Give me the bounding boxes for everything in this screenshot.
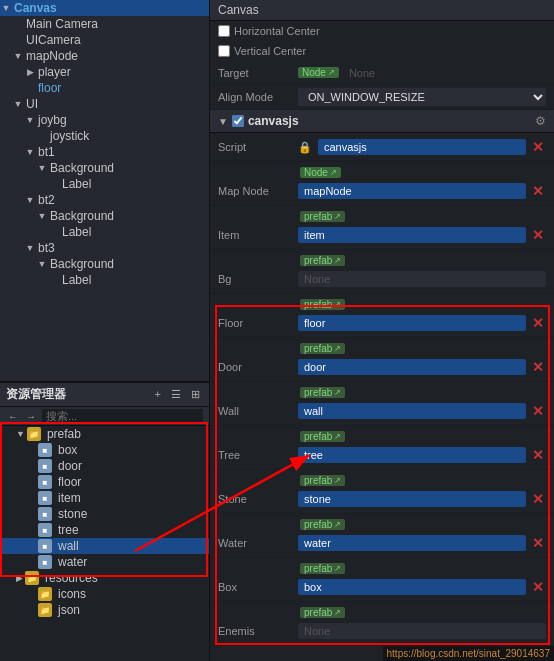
asset-item-tree-prefab[interactable]: ■ tree xyxy=(0,522,209,538)
folder-icon: 📁 xyxy=(25,571,39,585)
field-remove-btn[interactable]: ✕ xyxy=(530,491,546,507)
field-remove-btn[interactable]: ✕ xyxy=(530,183,546,199)
assets-forward-btn[interactable]: → xyxy=(24,410,38,423)
align-mode-select[interactable]: ON_WINDOW_RESIZE xyxy=(298,88,546,106)
field-value[interactable]: canvasjs xyxy=(318,139,526,155)
asset-label: wall xyxy=(56,539,79,553)
hierarchy-item-map-node[interactable]: mapNode xyxy=(0,48,209,64)
field-label: Door xyxy=(218,361,298,373)
assets-grid-btn[interactable]: ⊞ xyxy=(188,387,203,402)
asset-item-box-prefab[interactable]: ■ box xyxy=(0,442,209,458)
asset-label: icons xyxy=(56,587,86,601)
assets-tree: ▼ 📁 prefab ■ box ■ door ■ floor ■ item ■… xyxy=(0,426,209,661)
asset-item-item-prefab[interactable]: ■ item xyxy=(0,490,209,506)
hierarchy-item-bt2[interactable]: bt2 xyxy=(0,192,209,208)
field-label: Script xyxy=(218,141,298,153)
hierarchy-item-joybg[interactable]: joybg xyxy=(0,112,209,128)
field-tag-line: prefab xyxy=(210,560,554,575)
component-gear-icon[interactable]: ⚙ xyxy=(535,114,546,128)
asset-item-icons-folder[interactable]: 📁 icons xyxy=(0,586,209,602)
horizontal-center-checkbox[interactable] xyxy=(218,25,230,37)
field-remove-btn[interactable]: ✕ xyxy=(530,447,546,463)
vertical-center-label: Vertical Center xyxy=(234,45,306,57)
field-value[interactable]: tree xyxy=(298,447,526,463)
hierarchy-item-ui[interactable]: UI xyxy=(0,96,209,112)
field-remove-btn[interactable]: ✕ xyxy=(530,315,546,331)
field-value[interactable]: box xyxy=(298,579,526,595)
asset-label: box xyxy=(56,443,77,457)
field-remove-btn[interactable]: ✕ xyxy=(530,227,546,243)
asset-item-wall-prefab[interactable]: ■ wall xyxy=(0,538,209,554)
field-value[interactable]: stone xyxy=(298,491,526,507)
assets-add-btn[interactable]: + xyxy=(152,387,164,402)
field-value[interactable]: water xyxy=(298,535,526,551)
field-value-row: Item item ✕ xyxy=(210,223,554,247)
tree-item-label: player xyxy=(36,65,71,79)
assets-section: 资源管理器 + ☰ ⊞ ← → ▼ 📁 prefab ■ box ■ door xyxy=(0,381,209,661)
prefab-tag: prefab xyxy=(300,387,345,398)
hierarchy-item-canvas[interactable]: Canvas xyxy=(0,0,209,16)
hierarchy-item-bt1-label[interactable]: Label xyxy=(0,176,209,192)
tree-arrow xyxy=(36,211,48,221)
hierarchy-item-player[interactable]: player xyxy=(0,64,209,80)
field-value[interactable]: item xyxy=(298,227,526,243)
left-panel: Canvas Main Camera UICamera mapNode play… xyxy=(0,0,210,661)
field-value[interactable]: wall xyxy=(298,403,526,419)
vertical-center-checkbox[interactable] xyxy=(218,45,230,57)
field-remove-btn[interactable]: ✕ xyxy=(530,535,546,551)
field-content: wall ✕ xyxy=(298,403,546,419)
tree-item-label: Label xyxy=(60,273,91,287)
hierarchy-item-bt3-label[interactable]: Label xyxy=(0,272,209,288)
asset-item-prefab-folder[interactable]: ▼ 📁 prefab xyxy=(0,426,209,442)
hierarchy-item-ui-camera[interactable]: UICamera xyxy=(0,32,209,48)
asset-item-door-prefab[interactable]: ■ door xyxy=(0,458,209,474)
asset-item-resources-folder[interactable]: ▶ 📁 resources xyxy=(0,570,209,586)
asset-label: item xyxy=(56,491,81,505)
field-tag-line: Node xyxy=(210,164,554,179)
component-enabled-checkbox[interactable] xyxy=(232,115,244,127)
hierarchy-item-bt2-label[interactable]: Label xyxy=(0,224,209,240)
hierarchy-item-floor[interactable]: floor xyxy=(0,80,209,96)
assets-search-bar: ← → xyxy=(0,407,209,426)
assets-back-btn[interactable]: ← xyxy=(6,410,20,423)
field-tag-line: prefab xyxy=(210,208,554,223)
tree-item-label: UI xyxy=(24,97,38,111)
hierarchy-item-bt2-bg[interactable]: Background xyxy=(0,208,209,224)
assets-search-input[interactable] xyxy=(42,409,203,423)
tree-arrow xyxy=(24,67,36,77)
component-header[interactable]: ▼ canvasjs ⚙ xyxy=(210,110,554,133)
asset-item-water-prefab[interactable]: ■ water xyxy=(0,554,209,570)
field-content: water ✕ xyxy=(298,535,546,551)
component-fields: Script 🔒 canvasjs ✕ Node Map Node mapNod… xyxy=(210,133,554,646)
hierarchy-item-bt3[interactable]: bt3 xyxy=(0,240,209,256)
hierarchy-item-bt1[interactable]: bt1 xyxy=(0,144,209,160)
hierarchy-item-bt3-bg[interactable]: Background xyxy=(0,256,209,272)
tree-item-label: bt1 xyxy=(36,145,55,159)
asset-item-json-folder[interactable]: 📁 json xyxy=(0,602,209,618)
prefab-tag: prefab xyxy=(300,475,345,486)
field-remove-btn[interactable]: ✕ xyxy=(530,139,546,155)
field-value[interactable]: door xyxy=(298,359,526,375)
field-content: box ✕ xyxy=(298,579,546,595)
field-value[interactable]: floor xyxy=(298,315,526,331)
field-remove-btn[interactable]: ✕ xyxy=(530,359,546,375)
field-remove-btn[interactable]: ✕ xyxy=(530,579,546,595)
hierarchy-item-main-camera[interactable]: Main Camera xyxy=(0,16,209,32)
hierarchy-item-joystick[interactable]: joystick xyxy=(0,128,209,144)
field-row-floor: prefab Floor floor ✕ xyxy=(210,294,554,338)
tree-item-label: Background xyxy=(48,257,114,271)
assets-list-btn[interactable]: ☰ xyxy=(168,387,184,402)
tree-item-label: Label xyxy=(60,225,91,239)
prefab-icon: ■ xyxy=(38,443,52,457)
hierarchy-item-bt1-bg[interactable]: Background xyxy=(0,160,209,176)
tree-arrow xyxy=(0,3,12,13)
field-remove-btn[interactable]: ✕ xyxy=(530,403,546,419)
asset-item-stone-prefab[interactable]: ■ stone xyxy=(0,506,209,522)
prefab-icon: ■ xyxy=(38,539,52,553)
field-tag-line: prefab xyxy=(210,428,554,443)
field-value-row: Tree tree ✕ xyxy=(210,443,554,467)
component-name-label: canvasjs xyxy=(248,114,531,128)
asset-item-floor-prefab[interactable]: ■ floor xyxy=(0,474,209,490)
field-value-row: Floor floor ✕ xyxy=(210,311,554,335)
field-value[interactable]: mapNode xyxy=(298,183,526,199)
